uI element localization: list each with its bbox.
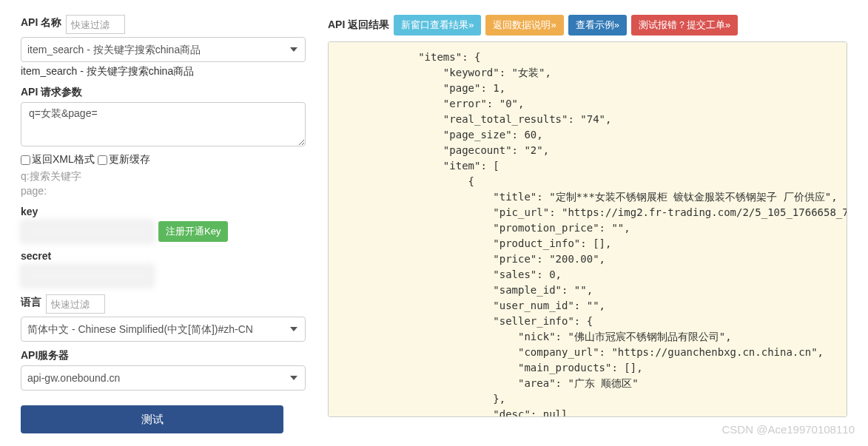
result-label: API 返回结果 <box>328 18 389 32</box>
report-error-button[interactable]: 测试报错？提交工单» <box>631 15 738 36</box>
language-select[interactable]: 简体中文 - Chinese Simplified(中文[简体])#zh-CN <box>21 317 306 342</box>
new-window-button[interactable]: 新窗口查看结果» <box>394 15 481 36</box>
api-name-filter-input[interactable] <box>66 15 125 34</box>
secret-label: secret <box>21 250 51 262</box>
language-filter-input[interactable] <box>46 294 105 314</box>
result-json-box[interactable]: "items": { "keyword": "女装", "page": 1, "… <box>328 41 847 417</box>
test-button[interactable]: 测试 <box>21 405 283 433</box>
api-name-label: API 名称 <box>21 16 61 30</box>
api-params-label: API 请求参数 <box>21 86 82 99</box>
api-server-label: API服务器 <box>21 349 69 362</box>
api-server-select[interactable]: api-gw.onebound.cn <box>21 365 306 391</box>
right-panel: API 返回结果 新窗口查看结果» 返回数据说明» 查看示例» 测试报错？提交工… <box>328 15 847 433</box>
open-key-button[interactable]: 注册开通Key <box>158 221 228 242</box>
return-xml-checkbox[interactable] <box>21 155 30 165</box>
api-name-select[interactable]: item_search - 按关键字搜索china商品 <box>21 37 306 62</box>
key-label: key <box>21 206 38 217</box>
data-desc-button[interactable]: 返回数据说明» <box>485 15 563 36</box>
key-input[interactable] <box>21 220 154 243</box>
language-label: 语言 <box>21 296 41 309</box>
secret-input[interactable] <box>21 265 154 287</box>
left-panel: API 名称 item_search - 按关键字搜索china商品 item_… <box>21 15 306 433</box>
api-params-textarea[interactable]: q=女装&page= <box>21 102 306 146</box>
view-example-button[interactable]: 查看示例» <box>568 15 627 36</box>
api-name-helper: item_search - 按关键字搜索china商品 <box>21 65 306 78</box>
return-xml-checkbox-label[interactable]: 返回XML格式 <box>21 153 95 166</box>
update-cache-checkbox-label[interactable]: 更新缓存 <box>98 153 150 166</box>
params-hint: q:搜索关键字 page: <box>21 169 306 198</box>
update-cache-checkbox[interactable] <box>98 155 107 165</box>
